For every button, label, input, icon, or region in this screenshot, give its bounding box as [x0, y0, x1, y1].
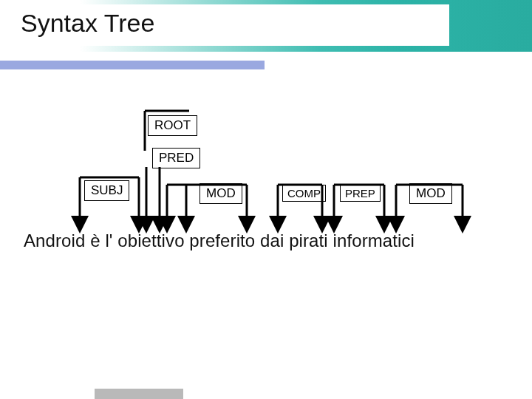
title-box: Syntax Tree [13, 4, 449, 46]
footer-shadow [95, 389, 183, 399]
page-title: Syntax Tree [21, 9, 442, 38]
dependency-arrows [0, 74, 532, 266]
title-underline [0, 61, 265, 69]
diagram-stage: ROOT PRED SUBJ MOD COMP PREP MOD Android… [0, 74, 532, 399]
